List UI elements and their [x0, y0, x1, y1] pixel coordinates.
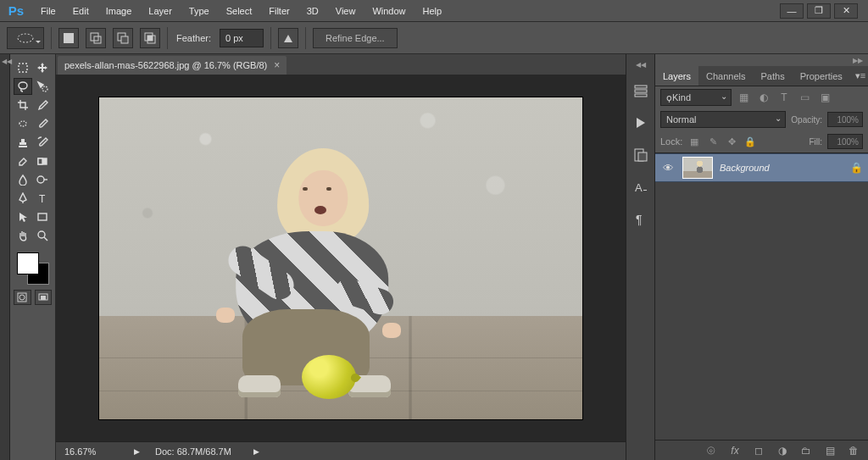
- quick-select-tool[interactable]: [33, 78, 52, 95]
- menu-3d[interactable]: 3D: [298, 3, 327, 19]
- layer-name[interactable]: Background: [720, 163, 770, 173]
- link-layers-icon[interactable]: ⦾: [704, 443, 719, 458]
- new-selection-button[interactable]: [58, 28, 79, 48]
- new-layer-icon[interactable]: ▤: [822, 443, 837, 458]
- type-tool[interactable]: T: [33, 190, 52, 207]
- svg-rect-28: [643, 190, 647, 191]
- fx-icon[interactable]: fx: [727, 443, 743, 458]
- mask-icon[interactable]: ◻: [751, 443, 766, 458]
- menu-file[interactable]: File: [32, 3, 64, 19]
- dodge-tool[interactable]: [33, 171, 52, 188]
- status-expand-icon[interactable]: ▶: [134, 447, 140, 456]
- tab-properties[interactable]: Properties: [793, 66, 850, 86]
- pen-tool[interactable]: [14, 190, 32, 207]
- svg-text:¶: ¶: [636, 213, 643, 226]
- filter-kind-select[interactable]: ϙ Kind: [660, 89, 732, 106]
- separator: [51, 27, 52, 49]
- character-panel-icon[interactable]: A: [631, 177, 651, 197]
- panel-tabs: Layers Channels Paths Properties ▾≡: [655, 66, 868, 86]
- actions-panel-icon[interactable]: [631, 113, 651, 133]
- close-tab-icon[interactable]: ×: [274, 59, 280, 71]
- shape-tool[interactable]: [33, 208, 52, 225]
- lasso-tool[interactable]: [14, 78, 32, 95]
- lock-label: Lock:: [660, 136, 682, 147]
- svg-rect-5: [121, 36, 128, 43]
- zoom-tool[interactable]: [33, 227, 52, 244]
- stamp-tool[interactable]: [14, 134, 32, 151]
- menu-select[interactable]: Select: [218, 3, 261, 19]
- history-brush-tool[interactable]: [33, 134, 52, 151]
- marquee-tool[interactable]: [14, 59, 32, 76]
- tab-paths[interactable]: Paths: [754, 66, 793, 86]
- menu-image[interactable]: Image: [97, 3, 141, 19]
- layer-row-background[interactable]: 👁 Background 🔒: [655, 153, 868, 182]
- subtract-selection-button[interactable]: [113, 28, 133, 48]
- paragraph-panel-icon[interactable]: ¶: [631, 209, 651, 230]
- screenmode-button[interactable]: [35, 290, 53, 305]
- svg-rect-24: [635, 94, 647, 97]
- visibility-eye-icon[interactable]: 👁: [660, 162, 676, 175]
- tab-channels[interactable]: Channels: [698, 66, 753, 86]
- maximize-button[interactable]: ❐: [807, 3, 831, 19]
- filter-shape-icon[interactable]: ▭: [796, 89, 813, 106]
- menu-edit[interactable]: Edit: [64, 3, 97, 19]
- minimize-button[interactable]: —: [780, 3, 804, 19]
- eyedropper-tool[interactable]: [33, 97, 52, 114]
- lock-pixels-icon[interactable]: ✎: [706, 135, 720, 148]
- collapse-panels-icon[interactable]: ▶▶: [655, 54, 868, 66]
- right-collapsed-strip: ◀◀ A ¶: [626, 54, 654, 460]
- layer-thumbnail[interactable]: [682, 157, 713, 179]
- menu-filter[interactable]: Filter: [260, 3, 298, 19]
- delete-layer-icon[interactable]: 🗑: [846, 443, 861, 458]
- quickmask-button[interactable]: [14, 290, 31, 305]
- color-swatches[interactable]: [17, 252, 49, 285]
- intersect-selection-button[interactable]: [140, 28, 160, 48]
- fill-input[interactable]: 100%: [827, 134, 863, 149]
- move-tool[interactable]: [33, 59, 52, 76]
- expand-strip-icon[interactable]: ◀◀: [636, 61, 646, 69]
- zoom-readout[interactable]: 16.67%: [64, 446, 112, 457]
- filter-adjust-icon[interactable]: ◐: [755, 89, 772, 106]
- status-more-icon[interactable]: ▶: [253, 447, 259, 456]
- lock-all-icon[interactable]: 🔒: [743, 135, 757, 148]
- canvas-viewport[interactable]: [56, 75, 626, 441]
- antialias-button[interactable]: [278, 28, 298, 48]
- crop-tool[interactable]: [14, 97, 32, 114]
- adjustment-icon[interactable]: ◑: [775, 443, 790, 458]
- document-tab[interactable]: pexels-allan-mas-5622968.jpg @ 16.7% (RG…: [58, 56, 287, 75]
- eraser-tool[interactable]: [14, 152, 32, 169]
- menu-view[interactable]: View: [327, 3, 364, 19]
- menu-layer[interactable]: Layer: [140, 3, 181, 19]
- gradient-tool[interactable]: [33, 152, 52, 169]
- hand-tool[interactable]: [14, 227, 32, 244]
- properties-panel-icon[interactable]: [631, 145, 651, 165]
- blend-mode-select[interactable]: Normal: [660, 111, 786, 128]
- blur-tool[interactable]: [14, 171, 32, 188]
- panel-menu-icon[interactable]: ▾≡: [850, 66, 868, 86]
- patch-tool[interactable]: [14, 115, 32, 132]
- opacity-input[interactable]: 100%: [827, 112, 863, 127]
- brush-tool[interactable]: [33, 115, 52, 132]
- history-panel-icon[interactable]: [631, 80, 651, 101]
- menu-bar: Ps File Edit Image Layer Type Select Fil…: [0, 0, 868, 22]
- feather-input[interactable]: 0 px: [220, 29, 264, 47]
- left-collapse-strip[interactable]: ◀◀: [0, 54, 10, 460]
- lock-position-icon[interactable]: ✥: [725, 135, 738, 148]
- filter-type-icon[interactable]: T: [776, 89, 793, 106]
- menu-type[interactable]: Type: [181, 3, 218, 19]
- menu-window[interactable]: Window: [364, 3, 414, 19]
- group-icon[interactable]: 🗀: [798, 443, 814, 458]
- tab-layers[interactable]: Layers: [655, 66, 698, 86]
- close-button[interactable]: ✕: [834, 3, 858, 19]
- lock-transparent-icon[interactable]: ▦: [687, 135, 701, 148]
- svg-rect-8: [147, 36, 153, 41]
- svg-rect-13: [38, 158, 42, 164]
- refine-edge-button[interactable]: Refine Edge...: [313, 28, 398, 48]
- path-select-tool[interactable]: [14, 208, 32, 225]
- filter-pixel-icon[interactable]: ▦: [735, 89, 752, 106]
- filter-smart-icon[interactable]: ▣: [816, 89, 833, 106]
- menu-help[interactable]: Help: [415, 3, 451, 19]
- tool-preset-picker[interactable]: [7, 27, 44, 49]
- add-selection-button[interactable]: [86, 28, 106, 48]
- foreground-swatch[interactable]: [17, 252, 39, 274]
